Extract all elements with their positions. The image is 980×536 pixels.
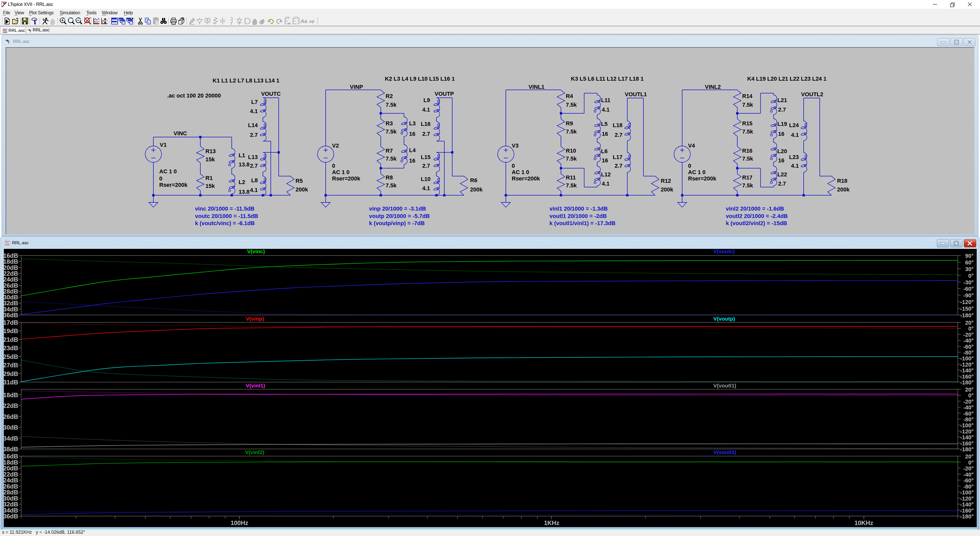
svg-text:2.7: 2.7 (614, 132, 622, 138)
svg-text:R8: R8 (386, 174, 393, 181)
svg-text:-30dB: -30dB (4, 424, 18, 431)
svg-text:2.7: 2.7 (778, 180, 786, 187)
svg-text:R1: R1 (205, 175, 213, 181)
svg-text:0°: 0° (968, 460, 974, 466)
svg-text:-36dB: -36dB (4, 312, 18, 318)
svg-text:-40°: -40° (963, 337, 974, 344)
svg-text:16: 16 (778, 157, 784, 164)
svg-text:-180°: -180° (960, 379, 974, 386)
svg-text:R16: R16 (742, 148, 752, 154)
svg-text:2.7: 2.7 (250, 132, 258, 138)
svg-text:7.5k: 7.5k (742, 128, 753, 135)
svg-text:voutc 20/1000 = -11.5dB: voutc 20/1000 = -11.5dB (195, 213, 258, 219)
svg-text:R2: R2 (386, 93, 393, 99)
svg-text:L2: L2 (239, 179, 245, 185)
svg-text:15k: 15k (205, 156, 215, 162)
svg-text:L16: L16 (421, 121, 431, 127)
svg-text:-25dB: -25dB (4, 353, 18, 360)
svg-text:K3 L5 L6 L11 L12 L17 L18 1: K3 L5 L6 L11 L12 L17 L18 1 (571, 76, 644, 82)
svg-text:L3: L3 (409, 120, 416, 127)
svg-text:R3: R3 (386, 120, 393, 127)
svg-text:4.1: 4.1 (250, 187, 258, 193)
svg-text:Rser=200k: Rser=200k (159, 182, 188, 188)
svg-text:R13: R13 (205, 148, 216, 154)
svg-text:k (voutc/vinc) = -6.1dB: k (voutc/vinc) = -6.1dB (195, 220, 255, 226)
svg-text:-90°: -90° (963, 292, 974, 299)
svg-text:L23: L23 (789, 154, 799, 160)
svg-text:R12: R12 (661, 178, 671, 184)
svg-text:-160°: -160° (960, 374, 974, 380)
svg-text:100Hz: 100Hz (231, 519, 248, 526)
svg-text:-40°: -40° (963, 471, 974, 478)
svg-text:-80°: -80° (963, 416, 974, 423)
svg-text:vinc 20/1000 = -11.5dB: vinc 20/1000 = -11.5dB (195, 205, 255, 212)
svg-text:-38dB: -38dB (4, 445, 18, 453)
svg-text:-20°: -20° (963, 332, 974, 338)
svg-text:2.7: 2.7 (778, 107, 786, 113)
svg-text:2.7: 2.7 (422, 131, 430, 137)
svg-text:.op: .op (308, 19, 314, 24)
svg-text:-120°: -120° (960, 495, 974, 502)
svg-text:VOUTL2: VOUTL2 (801, 91, 823, 97)
svg-text:16: 16 (602, 131, 608, 137)
svg-text:L12: L12 (601, 171, 611, 178)
svg-text:4.1: 4.1 (250, 108, 258, 115)
svg-text:7.5k: 7.5k (386, 156, 397, 162)
svg-text:V(vinc): V(vinc) (247, 249, 265, 254)
svg-text:R6: R6 (470, 177, 477, 183)
svg-text:200k: 200k (296, 186, 308, 193)
svg-text:-180°: -180° (960, 312, 974, 318)
svg-text:-140°: -140° (960, 501, 974, 508)
svg-text:L22: L22 (777, 171, 787, 178)
svg-text:K2 L3 L4 L9 L10 L15 L16 1: K2 L3 L4 L9 L10 L15 L16 1 (385, 76, 455, 82)
svg-text:R11: R11 (566, 174, 576, 181)
svg-text:R18: R18 (837, 178, 847, 184)
svg-text:16: 16 (409, 157, 415, 164)
svg-text:V3: V3 (512, 142, 519, 149)
svg-text:30°: 30° (965, 266, 974, 272)
svg-text:7.5k: 7.5k (742, 156, 753, 162)
svg-text:L9: L9 (423, 97, 430, 103)
svg-text:A: A (206, 18, 209, 22)
svg-text:L6: L6 (601, 148, 608, 154)
svg-text:L7: L7 (251, 99, 258, 105)
svg-text:k (voutp/vinp) = -7dB: k (voutp/vinp) = -7dB (369, 220, 425, 226)
svg-text:voutl2 20/1000 = -2.4dB: voutl2 20/1000 = -2.4dB (726, 213, 788, 219)
svg-text:vinl1 20/1000 = -1.3dB: vinl1 20/1000 = -1.3dB (549, 205, 608, 212)
svg-text:vinp 20/1000 = -3.1dB: vinp 20/1000 = -3.1dB (369, 205, 426, 212)
svg-text:Aa: Aa (300, 18, 307, 24)
svg-text:-140°: -140° (960, 434, 974, 441)
svg-text:-31dB: -31dB (4, 379, 18, 386)
svg-text:0: 0 (512, 162, 515, 169)
svg-text:L24: L24 (789, 122, 799, 128)
svg-text:-140°: -140° (960, 367, 974, 374)
svg-text:V(vinl1): V(vinl1) (246, 383, 265, 388)
svg-text:-18dB: -18dB (4, 391, 18, 398)
svg-text:-30°: -30° (963, 279, 974, 286)
svg-text:4.1: 4.1 (791, 162, 799, 169)
svg-text:2.7: 2.7 (250, 162, 258, 169)
svg-text:VINL2: VINL2 (705, 84, 721, 90)
svg-text:R17: R17 (742, 174, 752, 181)
svg-text:-26dB: -26dB (4, 413, 18, 420)
svg-text:Rser=200k: Rser=200k (512, 175, 540, 182)
svg-text:AC 1 0: AC 1 0 (159, 168, 177, 175)
svg-text:200k: 200k (470, 186, 483, 193)
svg-text:20°: 20° (965, 386, 974, 393)
svg-text:Rser=200k: Rser=200k (688, 175, 716, 182)
svg-text:0: 0 (332, 162, 335, 169)
svg-text:7.5k: 7.5k (742, 182, 753, 189)
svg-text:VOUTC: VOUTC (261, 91, 281, 97)
svg-text:4.1: 4.1 (422, 185, 430, 191)
svg-text:V(voutl2): V(voutl2) (713, 449, 736, 455)
svg-text:VINP: VINP (350, 84, 363, 90)
svg-text:-120°: -120° (960, 428, 974, 435)
svg-text:-60°: -60° (963, 286, 974, 292)
svg-text:4.1: 4.1 (791, 132, 799, 138)
svg-text:0°: 0° (968, 392, 974, 399)
svg-text:-120°: -120° (960, 361, 974, 368)
svg-text:L14: L14 (248, 122, 258, 128)
svg-text:-100°: -100° (960, 422, 974, 429)
svg-text:60°: 60° (965, 259, 974, 266)
svg-text:-29dB: -29dB (4, 371, 18, 377)
